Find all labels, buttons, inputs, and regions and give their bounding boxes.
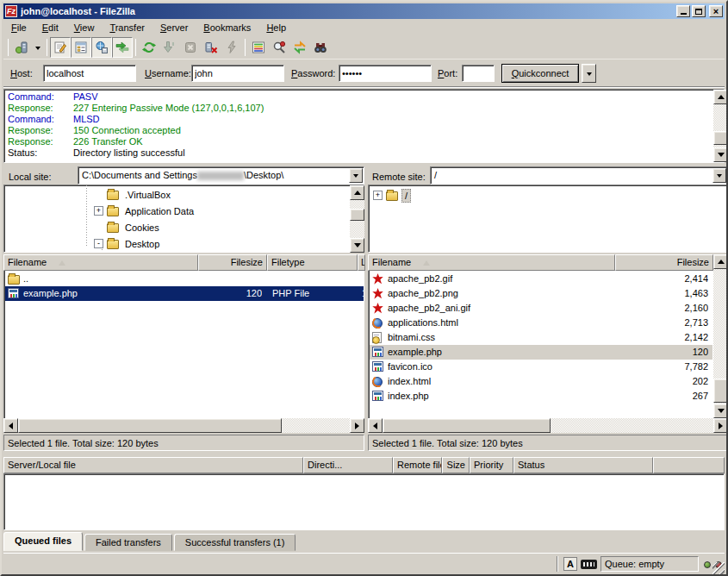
arrow-left-icon xyxy=(370,423,377,429)
file-row[interactable]: applications.html 2,713 xyxy=(370,316,712,330)
column-header-size[interactable]: Size xyxy=(442,457,470,473)
remote-site-label: Remote site: xyxy=(372,168,426,185)
cancel-operation-button[interactable] xyxy=(180,37,201,58)
site-manager-icon xyxy=(15,41,28,54)
column-header-server-local-file[interactable]: Server/Local file xyxy=(3,457,303,473)
remote-list-scroll-right-button[interactable] xyxy=(713,418,728,433)
close-button[interactable]: × xyxy=(709,5,723,17)
remote-list-scrollbar-thumb[interactable] xyxy=(383,418,551,433)
file-row[interactable]: bitnami.css 2,142 xyxy=(370,330,712,345)
column-header-filesize[interactable]: Filesize xyxy=(198,254,267,271)
remote-list-scrollbar-track[interactable] xyxy=(551,418,713,433)
message-log: Command:PASV Response:227 Entering Passi… xyxy=(3,89,725,163)
log-scroll-down-button[interactable] xyxy=(713,147,728,162)
titlebar[interactable]: Fz john@localhost - FileZilla × xyxy=(3,3,725,19)
menu-help[interactable]: Help xyxy=(258,20,294,35)
synchronized-browsing-button[interactable] xyxy=(289,37,310,58)
search-files-button[interactable] xyxy=(310,37,331,58)
local-tree-scroll-up-button[interactable] xyxy=(350,185,364,200)
file-row[interactable]: apache_pb2_ani.gif 2,160 xyxy=(370,301,712,316)
remote-list-scrollbar-thumb[interactable] xyxy=(713,379,728,403)
process-queue-button[interactable] xyxy=(159,37,180,58)
redacted-username xyxy=(197,172,244,180)
quickconnect-dropdown-button[interactable] xyxy=(582,64,596,83)
disconnect-button[interactable] xyxy=(201,37,221,58)
file-row[interactable]: apache_pb2.gif 2,414 xyxy=(370,272,712,286)
site-manager-dropdown-button[interactable] xyxy=(32,37,44,58)
toggle-transfer-queue-button[interactable] xyxy=(112,37,133,58)
local-list-scroll-right-button[interactable] xyxy=(350,418,364,433)
queue-list[interactable] xyxy=(3,473,725,530)
column-header-status[interactable]: Status xyxy=(513,457,653,473)
tab-failed-transfers[interactable]: Failed transfers xyxy=(84,534,172,551)
remote-site-combobox[interactable]: / xyxy=(430,166,728,185)
encryption-indicator-icon[interactable] xyxy=(581,560,597,569)
collapse-icon[interactable]: - xyxy=(94,239,103,248)
column-header-last-modified[interactable]: Last modified xyxy=(358,254,365,271)
remote-list-scroll-down-button[interactable] xyxy=(713,404,728,418)
column-header-filename[interactable]: Filename xyxy=(3,254,198,271)
column-header-priority[interactable]: Priority xyxy=(470,457,513,473)
quickconnect-button[interactable]: Quickconnect xyxy=(501,64,579,83)
menu-server[interactable]: Server xyxy=(152,20,196,35)
file-row[interactable]: apache_pb2.png 1,463 xyxy=(370,286,712,301)
tab-queued-files[interactable]: Queued files xyxy=(3,532,83,551)
resize-grip[interactable] xyxy=(712,562,725,574)
chevron-down-icon xyxy=(35,47,40,53)
tree-connector xyxy=(86,185,87,246)
expand-icon[interactable]: + xyxy=(94,206,103,216)
remote-list-scroll-left-button[interactable] xyxy=(368,418,383,433)
transfer-type-indicator-icon[interactable]: A xyxy=(563,557,577,571)
remote-list-scroll-up-button[interactable] xyxy=(713,254,728,269)
local-site-dropdown-button[interactable] xyxy=(349,168,363,183)
password-input[interactable] xyxy=(339,65,432,82)
remote-site-dropdown-button[interactable] xyxy=(712,168,726,183)
local-tree-scrollbar-thumb[interactable] xyxy=(350,209,364,221)
local-list-scrollbar-track[interactable] xyxy=(282,418,350,433)
local-list-scrollbar-thumb[interactable] xyxy=(18,418,282,433)
local-site-combobox[interactable]: C:\Documents and Settings\Desktop\ xyxy=(78,166,364,185)
file-row-example-php[interactable]: example.php 120 PHP File 1 xyxy=(5,286,364,301)
column-header-filesize[interactable]: Filesize xyxy=(615,254,713,271)
local-tree-scroll-down-button[interactable] xyxy=(350,238,364,253)
menu-edit[interactable]: Edit xyxy=(34,20,66,35)
refresh-button[interactable] xyxy=(139,37,159,58)
column-header-remote-file[interactable]: Remote file xyxy=(393,457,442,473)
tree-item-virtualbox[interactable]: .VirtualBox xyxy=(94,186,173,203)
expand-icon[interactable]: + xyxy=(373,191,383,200)
maximize-button[interactable] xyxy=(692,5,706,17)
file-row[interactable]: index.html 202 xyxy=(370,374,712,389)
log-scroll-up-button[interactable] xyxy=(713,90,728,104)
minimize-button[interactable] xyxy=(676,5,690,17)
port-input[interactable] xyxy=(462,65,495,82)
log-scrollbar-thumb[interactable] xyxy=(713,131,728,145)
file-row-selected[interactable]: example.php 120 xyxy=(370,345,712,360)
tree-item-desktop[interactable]: - Desktop xyxy=(94,235,162,252)
file-row[interactable]: index.php 267 xyxy=(370,389,712,404)
menu-file[interactable]: File xyxy=(3,20,34,35)
host-input[interactable] xyxy=(43,65,136,82)
column-header-direction[interactable]: Directi... xyxy=(303,457,393,473)
directory-comparison-icon xyxy=(252,41,265,54)
menu-transfer[interactable]: Transfer xyxy=(102,20,152,35)
toggle-remote-tree-button[interactable] xyxy=(91,37,112,58)
toggle-local-tree-button[interactable] xyxy=(71,37,91,58)
file-row[interactable]: favicon.ico 7,782 xyxy=(370,360,712,374)
site-manager-button[interactable] xyxy=(11,37,32,58)
tree-item-cookies[interactable]: Cookies xyxy=(94,219,162,235)
folder-icon xyxy=(8,275,20,285)
toggle-message-log-button[interactable] xyxy=(50,37,71,58)
filter-listings-button[interactable] xyxy=(269,37,289,58)
directory-comparison-button[interactable] xyxy=(248,37,269,58)
column-header-filename[interactable]: Filename xyxy=(368,254,615,271)
reconnect-button[interactable] xyxy=(221,37,242,58)
menu-view[interactable]: View xyxy=(66,20,103,35)
username-input[interactable] xyxy=(191,65,284,82)
tree-item-application-data[interactable]: + Application Data xyxy=(94,203,196,219)
local-list-scroll-left-button[interactable] xyxy=(3,418,18,433)
tab-successful-transfers[interactable]: Successful transfers (1) xyxy=(174,534,296,551)
tree-item-root[interactable]: + / xyxy=(373,187,411,203)
menu-bookmarks[interactable]: Bookmarks xyxy=(196,20,258,35)
file-row-parent-dir[interactable]: .. xyxy=(5,272,364,286)
column-header-filetype[interactable]: Filetype xyxy=(267,254,358,271)
